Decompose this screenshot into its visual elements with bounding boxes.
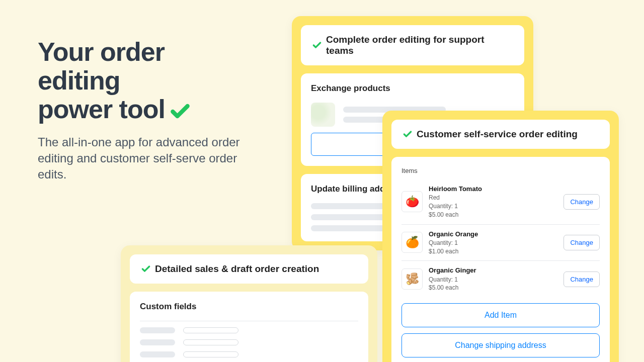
product-thumb: 🍊 [401,232,423,253]
card-self-service: Customer self-service order editing Item… [382,111,619,362]
change-shipping-button[interactable]: Change shipping address [401,333,600,357]
list-item: 🍅 Heirloom Tomato Red Quantity: 1 $5.00 … [401,179,600,225]
hero-subtitle: The all-in-one app for advanced order ed… [38,134,264,183]
item-name: Organic Orange [429,230,557,239]
check-icon [403,129,413,139]
items-panel: Items 🍅 Heirloom Tomato Red Quantity: 1 … [391,157,610,362]
items-label: Items [401,167,600,174]
skeleton-pill [183,327,238,333]
item-price: $1.00 each [429,247,557,256]
item-variant: Red [429,194,557,202]
check-icon [312,40,322,50]
item-info: Organic Orange Quantity: 1 $1.00 each [429,230,557,256]
skeleton-row [140,339,358,345]
card-title-text: Detailed sales & draft order creation [155,263,319,275]
item-price: $5.00 each [429,211,557,219]
change-item-button[interactable]: Change [564,194,600,210]
check-icon [141,264,151,274]
item-name: Organic Ginger [429,266,557,275]
add-item-button[interactable]: Add Item [401,303,600,327]
section-label: Exchange products [311,83,514,94]
product-thumb: 🫚 [401,268,423,290]
divider [140,321,358,321]
change-item-button[interactable]: Change [564,235,600,250]
skeleton-row [140,351,358,357]
skeleton-pill [183,351,238,357]
item-price: $5.00 each [429,284,557,292]
item-info: Heirloom Tomato Red Quantity: 1 $5.00 ea… [429,185,557,219]
item-qty: Quantity: 1 [429,239,557,247]
item-info: Organic Ginger Quantity: 1 $5.00 each [429,266,557,292]
card-title: Detailed sales & draft order creation [130,254,368,284]
card-title-text: Customer self-service order editing [417,129,578,140]
section-label: Custom fields [140,302,358,312]
card-title: Complete order editing for support teams [301,25,524,65]
skeleton-pill [183,339,238,345]
custom-fields-panel: Custom fields [130,292,368,362]
product-thumb: 🍅 [401,191,423,212]
product-image-placeholder [311,103,335,127]
hero-line2: editing [38,66,120,95]
card-title-text: Complete order editing for support teams [326,34,513,56]
skeleton-bar [140,327,175,333]
hero-line3: power tool [38,95,165,124]
card-title: Customer self-service order editing [391,120,610,149]
list-item: 🫚 Organic Ginger Quantity: 1 $5.00 each … [401,261,600,297]
skeleton-bar [140,351,175,357]
hero-line1: Your order [38,37,165,66]
item-name: Heirloom Tomato [429,185,557,194]
item-qty: Quantity: 1 [429,202,557,211]
skeleton-bar [140,339,175,345]
hero-title: Your order editing power tool [38,38,264,124]
change-item-button[interactable]: Change [564,272,600,287]
skeleton-row [140,327,358,333]
item-qty: Quantity: 1 [429,276,557,284]
check-icon [169,101,191,123]
list-item: 🍊 Organic Orange Quantity: 1 $1.00 each … [401,225,600,261]
card-sales-draft: Detailed sales & draft order creation Cu… [121,245,377,362]
hero-section: Your order editing power tool The all-in… [38,38,264,183]
